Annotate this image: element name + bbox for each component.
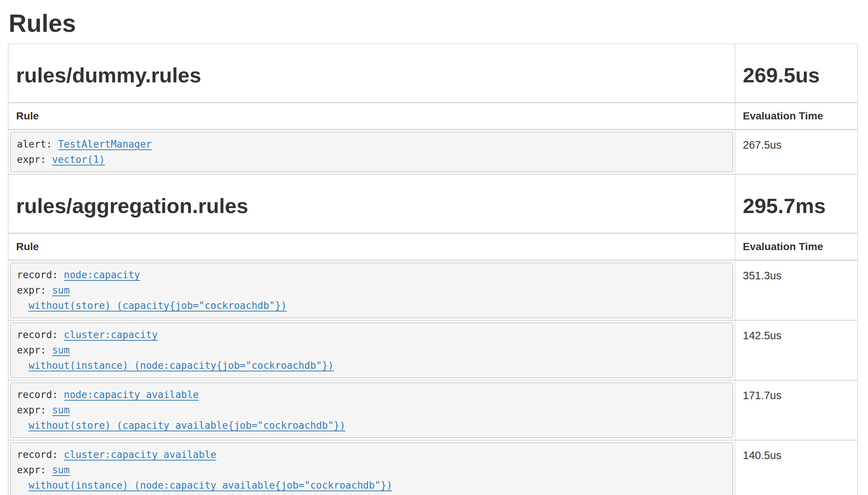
- rule-row: alert: TestAlertManagerexpr: vector(1) 2…: [8, 130, 858, 174]
- expr-keyword: expr:: [17, 285, 52, 296]
- rule-eval-time: 171.7us: [735, 380, 858, 440]
- record-keyword: record:: [17, 329, 64, 340]
- expr-link[interactable]: vector(1): [52, 154, 105, 165]
- group-name: rules/aggregation.rules: [16, 194, 727, 218]
- expr-indent: [17, 480, 28, 491]
- alert-keyword: alert:: [17, 139, 58, 150]
- record-name-link[interactable]: node:capacity: [64, 269, 140, 280]
- rule-definition: alert: TestAlertManagerexpr: vector(1): [10, 132, 733, 172]
- alert-name-link[interactable]: TestAlertManager: [58, 139, 152, 150]
- eval-time-column-header: Evaluation Time: [735, 233, 858, 260]
- record-keyword: record:: [17, 449, 64, 460]
- expr-keyword: expr:: [17, 154, 52, 165]
- rule-definition: record: cluster:capacity_availableexpr: …: [10, 442, 733, 495]
- expr-continuation-link[interactable]: without(instance) (node:capacity_availab…: [28, 480, 392, 491]
- rule-eval-time: 140.5us: [735, 440, 858, 495]
- rule-column-header: Rule: [8, 103, 735, 130]
- record-name-link[interactable]: cluster:capacity: [64, 329, 157, 340]
- rule-eval-time: 267.5us: [735, 130, 858, 174]
- expr-indent: [17, 420, 28, 431]
- rules-table: rules/dummy.rules 269.5us Rule Evaluatio…: [8, 43, 858, 495]
- rules-page: Rules rules/dummy.rules 269.5us Rule Eva…: [0, 0, 868, 495]
- rule-row: record: node:capacity_availableexpr: sum…: [8, 380, 858, 440]
- expr-link[interactable]: sum: [52, 464, 70, 476]
- column-header-row: Rule Evaluation Time: [8, 103, 858, 130]
- rule-group-header-row: rules/dummy.rules 269.5us: [8, 44, 858, 103]
- rule-eval-time: 351.3us: [735, 260, 858, 321]
- group-eval-time: 295.7ms: [743, 194, 850, 218]
- group-eval-time: 269.5us: [743, 64, 850, 87]
- expr-indent: [17, 300, 28, 311]
- expr-keyword: expr:: [17, 404, 52, 416]
- expr-continuation-link[interactable]: without(store) (capacity_available{job="…: [28, 420, 345, 431]
- eval-time-column-header: Evaluation Time: [735, 103, 858, 130]
- column-header-row: Rule Evaluation Time: [8, 233, 858, 260]
- rule-row: record: node:capacityexpr: sum without(s…: [8, 260, 858, 321]
- page-title: Rules: [9, 10, 858, 37]
- rule-eval-time: 142.5us: [735, 321, 858, 380]
- expr-indent: [17, 360, 28, 371]
- rule-column-header: Rule: [8, 233, 735, 260]
- rule-group-header-row: rules/aggregation.rules 295.7ms: [8, 174, 858, 234]
- expr-continuation-link[interactable]: without(store) (capacity{job="cockroachd…: [28, 300, 287, 311]
- rule-row: record: cluster:capacityexpr: sum withou…: [8, 321, 858, 380]
- rule-row: record: cluster:capacity_availableexpr: …: [8, 440, 858, 495]
- record-keyword: record:: [17, 389, 64, 400]
- rule-definition: record: node:capacityexpr: sum without(s…: [10, 262, 733, 318]
- rule-definition: record: cluster:capacityexpr: sum withou…: [10, 322, 733, 378]
- group-name: rules/dummy.rules: [16, 64, 727, 87]
- expr-keyword: expr:: [17, 464, 52, 476]
- expr-link[interactable]: sum: [52, 404, 70, 416]
- record-keyword: record:: [17, 269, 64, 280]
- expr-keyword: expr:: [17, 344, 52, 356]
- rule-definition: record: node:capacity_availableexpr: sum…: [10, 382, 733, 438]
- record-name-link[interactable]: node:capacity_available: [64, 389, 199, 400]
- record-name-link[interactable]: cluster:capacity_available: [64, 449, 216, 460]
- expr-link[interactable]: sum: [52, 285, 70, 296]
- expr-continuation-link[interactable]: without(instance) (node:capacity{job="co…: [28, 360, 334, 371]
- expr-link[interactable]: sum: [52, 344, 70, 356]
